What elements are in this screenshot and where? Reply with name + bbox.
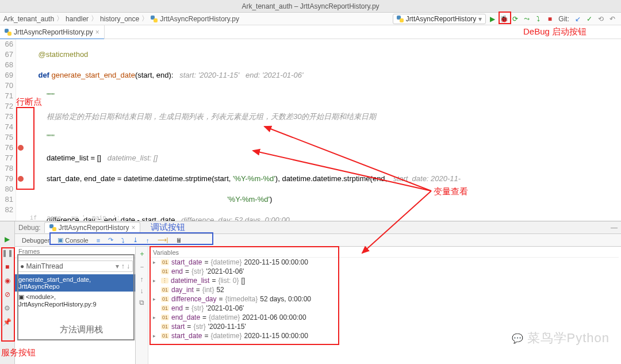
git-update-icon[interactable]: ↙ <box>573 14 583 24</box>
close-tab-icon[interactable]: × <box>95 28 99 36</box>
anno-box-svc <box>1 247 15 342</box>
code-area[interactable]: @staticmethod def generate_start_end_dat… <box>25 39 621 221</box>
watermark: 💬菜鸟学Python <box>512 329 610 347</box>
add-watch-icon[interactable]: ＋ <box>139 249 145 259</box>
minimize-icon[interactable]: — <box>611 224 618 232</box>
anno-box-debug-btn <box>499 12 511 24</box>
debug-header: Debug: <box>18 224 41 232</box>
python-file-icon <box>151 16 158 22</box>
crumb-0[interactable]: Ark_tenant_auth <box>3 15 54 23</box>
python-debug-icon <box>49 224 56 231</box>
run-button[interactable]: ▶ <box>487 14 497 24</box>
run-config-select[interactable]: JrttAsyncReportHistory▾ <box>393 14 486 24</box>
down-icon[interactable]: ↓ <box>140 287 144 295</box>
git-history-icon[interactable]: ⟲ <box>596 14 606 24</box>
coverage-button[interactable]: ⟳ <box>510 14 520 24</box>
anno-box-debug-toolbar <box>49 232 213 245</box>
profile-button[interactable]: ⤳ <box>522 14 532 24</box>
attach-button[interactable]: ⤵ <box>533 14 543 24</box>
window-title: Ark_tenant_auth – JrttAsyncReportHistory… <box>0 0 621 13</box>
anno-box-vars <box>150 246 339 345</box>
crumb-1[interactable]: handler <box>66 15 89 23</box>
stop-button[interactable]: ■ <box>545 14 555 24</box>
python-tab-icon <box>5 29 12 36</box>
debug-tab[interactable]: JrttAsyncReportHistory × <box>44 222 141 233</box>
anno-text-bp: 行断点 <box>16 97 42 108</box>
close-icon[interactable]: × <box>131 224 135 232</box>
tab-file[interactable]: JrttAsyncReportHistory.py × <box>0 25 105 39</box>
python-run-icon <box>397 16 404 22</box>
git-commit-icon[interactable]: ✓ <box>584 14 595 24</box>
resume-icon[interactable]: ▶ <box>3 235 12 243</box>
debugger-tab[interactable]: Debugger <box>18 236 53 244</box>
remove-watch-icon[interactable]: － <box>139 262 145 272</box>
anno-box-breakpoints <box>16 107 34 190</box>
crumb-2[interactable]: history_once <box>100 15 139 23</box>
code-editor[interactable]: 666768 697071 727374 757677 787980 8182 … <box>0 39 621 221</box>
anno-text-svc: 服务按钮 <box>1 347 36 358</box>
dim-code: if __name__ == '__main__': <box>30 214 120 221</box>
anno-text-debug: DeBug 启动按钮 <box>523 26 586 37</box>
breadcrumb: Ark_tenant_auth〉 handler〉 history_once〉 … <box>0 13 621 25</box>
up-icon[interactable]: ↑ <box>140 275 144 283</box>
anno-text-dbgbtn: 调试按钮 <box>151 222 185 233</box>
anno-text-var: 变量查看 <box>434 186 468 197</box>
git-label: Git: <box>558 15 569 23</box>
crumb-3[interactable]: JrttAsyncReportHistory.py <box>160 15 239 23</box>
line-gutter: 666768 697071 727374 757677 787980 8182 <box>0 39 16 221</box>
copy-icon[interactable]: ⧉ <box>139 298 144 306</box>
git-revert-icon[interactable]: ↶ <box>607 14 618 24</box>
anno-text-stack: 方法调用栈 <box>60 324 103 335</box>
